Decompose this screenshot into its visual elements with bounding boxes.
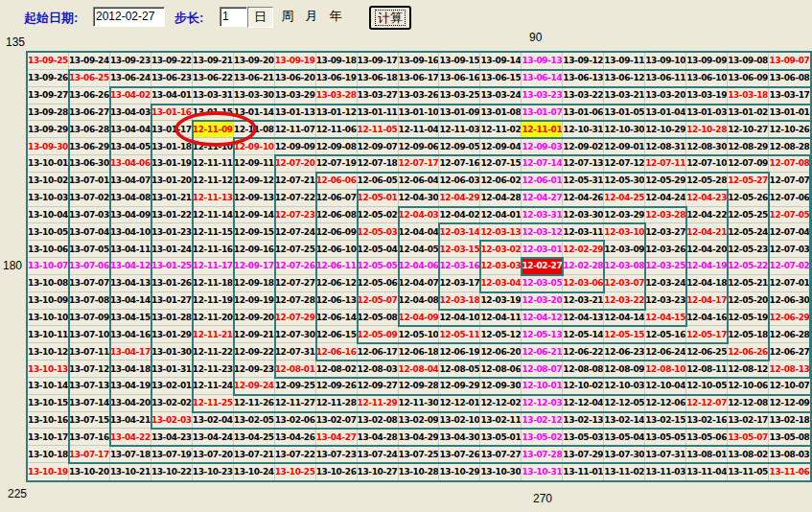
date-cell[interactable]: 12-05-07	[358, 292, 399, 310]
unit-week-button[interactable]: 周	[279, 7, 296, 28]
date-cell[interactable]: 12-11-08	[234, 121, 275, 138]
date-cell[interactable]: 12-03-26	[645, 241, 686, 258]
date-cell[interactable]: 12-07-17	[399, 155, 440, 173]
date-cell[interactable]: 13-04-01	[151, 87, 193, 105]
date-cell[interactable]: 12-04-16	[686, 310, 728, 327]
date-cell[interactable]: 13-04-09	[110, 207, 151, 224]
date-cell[interactable]: 12-03-03	[480, 258, 522, 275]
date-cell[interactable]: 13-01-22	[151, 207, 193, 224]
date-cell[interactable]: 13-10-31	[522, 463, 563, 480]
date-cell[interactable]: 13-06-18	[358, 70, 399, 87]
date-cell[interactable]: 13-09-28	[28, 105, 69, 122]
date-cell[interactable]: 12-05-08	[358, 310, 399, 327]
date-cell[interactable]: 12-08-10	[645, 361, 686, 378]
date-cell[interactable]: 12-09-20	[234, 310, 275, 327]
date-cell[interactable]: 12-08-11	[686, 361, 728, 378]
date-cell[interactable]: 13-03-19	[686, 87, 728, 105]
date-cell[interactable]: 12-09-10	[234, 138, 275, 155]
date-cell[interactable]: 13-02-02	[151, 395, 193, 412]
date-cell[interactable]: 12-06-02	[480, 173, 522, 190]
date-cell[interactable]: 13-06-23	[151, 70, 193, 87]
date-cell[interactable]: 12-11-21	[193, 326, 234, 343]
date-cell[interactable]: 13-07-22	[275, 446, 316, 463]
date-cell[interactable]: 13-09-30	[28, 138, 69, 155]
date-cell[interactable]: 13-10-22	[151, 463, 193, 480]
date-cell[interactable]: 13-01-05	[604, 105, 645, 122]
date-cell[interactable]: 13-08-03	[769, 446, 810, 463]
date-cell[interactable]: 12-05-22	[728, 258, 769, 275]
date-cell[interactable]: 12-08-02	[316, 361, 358, 378]
date-cell[interactable]: 13-01-02	[728, 105, 769, 122]
date-cell[interactable]: 12-05-14	[563, 326, 604, 343]
date-cell[interactable]: 12-04-05	[399, 241, 440, 258]
date-cell[interactable]: 12-09-30	[480, 378, 522, 395]
date-cell[interactable]: 13-03-20	[645, 87, 686, 105]
date-cell[interactable]: 12-06-22	[563, 343, 604, 361]
date-cell[interactable]: 12-11-25	[193, 395, 234, 412]
date-cell[interactable]: 13-05-03	[563, 429, 604, 446]
date-cell[interactable]: 12-07-22	[275, 190, 316, 207]
date-cell[interactable]: 12-03-01	[522, 241, 563, 258]
date-cell[interactable]: 13-06-27	[69, 105, 110, 122]
date-cell[interactable]: 12-11-02	[480, 121, 522, 138]
date-cell[interactable]: 12-07-08	[769, 155, 810, 173]
date-cell[interactable]: 12-11-06	[316, 121, 358, 138]
date-cell[interactable]: 13-08-02	[728, 446, 769, 463]
date-cell[interactable]: 13-10-18	[28, 446, 69, 463]
date-cell[interactable]: 12-09-02	[563, 138, 604, 155]
date-cell[interactable]: 13-06-30	[69, 155, 110, 173]
date-cell[interactable]: 13-09-22	[151, 53, 193, 70]
date-cell[interactable]: 13-02-01	[151, 378, 193, 395]
date-cell[interactable]: 12-12-04	[563, 395, 604, 412]
date-cell[interactable]: 12-08-03	[358, 361, 399, 378]
date-cell[interactable]: 13-03-29	[275, 87, 316, 105]
date-cell[interactable]: 12-07-04	[769, 223, 810, 241]
date-cell[interactable]: 13-10-29	[439, 463, 480, 480]
date-cell[interactable]: 13-06-25	[69, 70, 110, 87]
date-cell[interactable]: 13-04-14	[110, 292, 151, 310]
date-cell[interactable]: 13-04-21	[110, 412, 151, 430]
date-cell[interactable]: 12-03-07	[604, 275, 645, 292]
date-cell[interactable]: 12-03-25	[645, 258, 686, 275]
date-cell[interactable]: 13-05-08	[769, 429, 810, 446]
date-cell[interactable]: 13-10-09	[28, 292, 69, 310]
date-cell[interactable]: 12-08-04	[399, 361, 440, 378]
date-cell[interactable]: 12-11-23	[193, 361, 234, 378]
date-cell[interactable]: 13-01-06	[563, 105, 604, 122]
date-cell[interactable]: 12-06-29	[769, 310, 810, 327]
date-cell[interactable]: 12-04-13	[563, 310, 604, 327]
date-cell[interactable]: 12-04-17	[686, 292, 728, 310]
date-cell[interactable]: 12-05-21	[728, 275, 769, 292]
date-cell[interactable]: 13-06-24	[110, 70, 151, 87]
date-cell[interactable]: 13-04-07	[110, 173, 151, 190]
date-cell[interactable]: 12-11-07	[275, 121, 316, 138]
date-cell[interactable]: 12-06-30	[769, 292, 810, 310]
date-cell[interactable]: 12-09-19	[234, 292, 275, 310]
date-cell[interactable]: 12-10-03	[604, 378, 645, 395]
date-cell[interactable]: 13-10-05	[28, 223, 69, 241]
date-cell[interactable]: 12-10-31	[563, 121, 604, 138]
date-cell[interactable]: 12-05-11	[439, 326, 480, 343]
date-cell[interactable]: 12-12-05	[604, 395, 645, 412]
date-cell[interactable]: 13-03-27	[358, 87, 399, 105]
date-cell[interactable]: 13-11-06	[769, 463, 810, 480]
date-cell[interactable]: 13-11-05	[728, 463, 769, 480]
date-cell[interactable]: 12-02-29	[563, 241, 604, 258]
date-cell[interactable]: 12-08-13	[769, 361, 810, 378]
date-cell[interactable]: 13-06-22	[193, 70, 234, 87]
date-cell[interactable]: 12-07-14	[522, 155, 563, 173]
date-cell[interactable]: 13-06-26	[69, 87, 110, 105]
date-cell[interactable]: 12-09-25	[275, 378, 316, 395]
date-cell[interactable]: 12-05-15	[604, 326, 645, 343]
date-cell[interactable]: 12-06-19	[439, 343, 480, 361]
date-cell[interactable]: 13-02-04	[193, 412, 234, 430]
date-cell[interactable]: 12-09-11	[234, 155, 275, 173]
date-cell[interactable]: 12-03-08	[604, 258, 645, 275]
date-cell[interactable]: 12-07-05	[769, 207, 810, 224]
date-cell[interactable]: 13-09-21	[193, 53, 234, 70]
date-cell[interactable]: 12-08-30	[686, 138, 728, 155]
date-cell[interactable]: 13-11-03	[645, 463, 686, 480]
date-cell[interactable]: 13-10-06	[28, 241, 69, 258]
date-cell[interactable]: 12-03-29	[604, 207, 645, 224]
date-cell[interactable]: 13-06-21	[234, 70, 275, 87]
